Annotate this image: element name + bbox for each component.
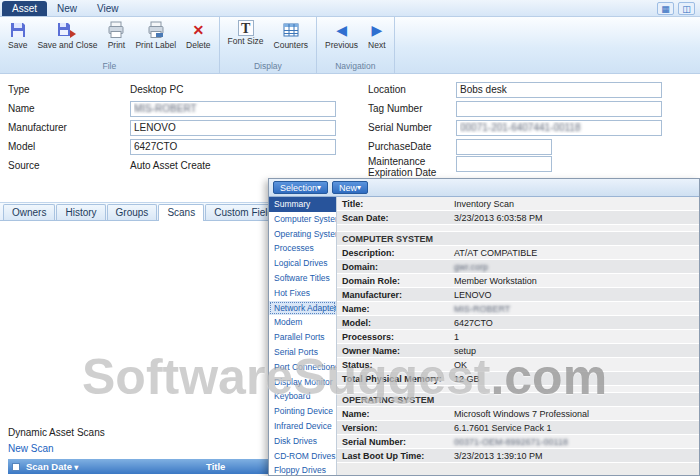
selection-dropdown-button[interactable]: Selection (273, 181, 328, 194)
model-input[interactable] (130, 139, 336, 155)
scan-detail-row: Domain: gwr.corp (337, 260, 699, 274)
scan-detail-row: Name: Microsoft Windows 7 Professional (337, 407, 699, 421)
toolbar-group-navigation: ◀ Previous ▶ Next Navigation (317, 17, 395, 73)
name-input[interactable] (130, 101, 336, 117)
save-and-close-button[interactable]: Save and Close (32, 17, 102, 50)
delete-button[interactable]: ✕ Delete (181, 17, 216, 50)
scan-section-menu-item[interactable]: Summary (269, 197, 336, 212)
detail-tab[interactable]: Scans (158, 204, 204, 221)
delete-icon: ✕ (192, 20, 204, 40)
ribbon-tab-asset[interactable]: Asset (2, 1, 47, 16)
manufacturer-input[interactable] (130, 120, 336, 136)
title-column-header[interactable]: Title (206, 461, 225, 472)
scan-section-menu-item[interactable]: Display Monitor (269, 375, 336, 390)
scan-section-menu-item[interactable]: Pointing Device (269, 404, 336, 419)
purchase-date-input[interactable] (456, 139, 552, 155)
detail-value: AT/AT COMPATIBLE (454, 246, 537, 259)
counters-button[interactable]: Counters (269, 17, 314, 50)
ribbon-toolbar: Save Save and Close Print (0, 17, 700, 74)
print-label-button[interactable]: Print Label (130, 17, 181, 50)
scan-section-menu: Summary Computer System Operating System… (269, 197, 337, 475)
scan-detail-row: Owner Name: setup (337, 344, 699, 358)
scan-section-menu-item[interactable]: Operating System (269, 227, 336, 242)
detail-label: Serial Number: (342, 435, 454, 448)
detail-value: 1 (454, 330, 459, 343)
save-button[interactable]: Save (3, 17, 32, 50)
source-label: Source (8, 160, 130, 171)
scan-section-menu-item[interactable]: Parallel Ports (269, 330, 336, 345)
type-value: Desktop PC (130, 84, 183, 95)
detail-value: setup (454, 344, 476, 357)
maintenance-expiration-input[interactable] (456, 156, 552, 172)
scan-section-menu-item[interactable]: Network Adapters (269, 301, 336, 316)
detail-value: LENOVO (454, 288, 492, 301)
dynamic-scans-header[interactable]: Scan Date Title (8, 459, 268, 474)
detail-label: Owner Name: (342, 344, 454, 357)
location-input[interactable] (456, 82, 662, 98)
tag-number-input[interactable] (456, 101, 662, 117)
scan-section-menu-item[interactable]: Floppy Drives (269, 463, 336, 475)
overlay-toolbar: Selection New (269, 179, 699, 197)
panel-window-icon[interactable]: ◫ (678, 2, 695, 15)
scan-section-menu-item[interactable]: Port Connections (269, 360, 336, 375)
tag-number-label: Tag Number (368, 103, 456, 114)
save-close-icon (57, 20, 77, 40)
detail-tab[interactable]: Groups (107, 204, 158, 220)
serial-number-input[interactable] (456, 120, 662, 136)
name-label: Name (8, 103, 130, 114)
font-size-icon: T (238, 20, 254, 36)
location-label: Location (368, 84, 456, 95)
detail-label: Name: (342, 407, 454, 420)
group-label-file: File (3, 60, 216, 73)
grid-window-icon[interactable]: ▦ (657, 2, 674, 15)
next-icon: ▶ (371, 20, 382, 40)
detail-value: gwr.corp (454, 260, 488, 273)
scan-section-menu-item[interactable]: Modem (269, 315, 336, 330)
detail-label: Description: (342, 246, 454, 259)
ribbon-tab-bar: Asset New View ▦ ◫ (0, 0, 700, 17)
field-model: Model (8, 137, 358, 156)
scan-section-menu-item[interactable]: Keyboard (269, 389, 336, 404)
scans-panel: Dynamic Asset Scans New Scan Scan Date T… (8, 425, 268, 476)
scan-detail-row: Domain Role: Member Workstation (337, 274, 699, 288)
new-scan-link[interactable]: New Scan (8, 443, 54, 454)
scan-date-column-header[interactable]: Scan Date (26, 461, 78, 472)
detail-label: COMPUTER SYSTEM (342, 232, 433, 245)
serial-number-label: Serial Number (368, 122, 456, 133)
font-size-button[interactable]: T Font Size (223, 17, 269, 46)
scan-detail-row: Manufacturer: LENOVO (337, 288, 699, 302)
scan-section-menu-item[interactable]: Disk Drives (269, 434, 336, 449)
caret-down-icon (317, 181, 321, 194)
scan-detail-row: Model: 6427CTO (337, 316, 699, 330)
scan-section-menu-item[interactable]: Processes (269, 241, 336, 256)
scan-detail-row (337, 225, 699, 232)
toolbar-group-file: Save Save and Close Print (0, 17, 220, 73)
scan-section-menu-item[interactable]: Serial Ports (269, 345, 336, 360)
scan-detail-row: Total Physical Memory: 12 GB (337, 372, 699, 386)
new-dropdown-button[interactable]: New (332, 181, 368, 194)
print-button[interactable]: Print (102, 17, 130, 50)
scan-detail-row (337, 386, 699, 393)
ribbon-tab-view[interactable]: View (87, 1, 129, 16)
scan-section-menu-item[interactable]: Hot Fixes (269, 286, 336, 301)
previous-button[interactable]: ◀ Previous (320, 17, 363, 50)
detail-tab[interactable]: Owners (3, 204, 55, 220)
scan-section-menu-item[interactable]: Software Titles (269, 271, 336, 286)
scan-section-menu-item[interactable]: Infrared Device (269, 419, 336, 434)
detail-label: Total Physical Memory: (342, 372, 454, 385)
overlay-body: Summary Computer System Operating System… (269, 197, 699, 475)
next-button[interactable]: ▶ Next (363, 17, 390, 50)
scan-section-menu-item[interactable]: Logical Drives (269, 256, 336, 271)
detail-tab[interactable]: History (56, 204, 105, 220)
field-tag-number: Tag Number (368, 99, 692, 118)
model-label: Model (8, 141, 130, 152)
scan-detail-row: Serial Number: 00371-OEM-8992671-00118 (337, 435, 699, 449)
scan-section-menu-item[interactable]: Computer System (269, 212, 336, 227)
print-icon (107, 20, 125, 40)
toolbar-group-display: T Font Size Counters Display (220, 17, 317, 73)
select-all-checkbox[interactable] (12, 463, 20, 471)
window-controls: ▦ ◫ (657, 2, 695, 15)
maintenance-expiration-label: Maintenance Expiration Date (368, 156, 456, 178)
scan-section-menu-item[interactable]: CD-ROM Drives (269, 449, 336, 464)
ribbon-tab-new[interactable]: New (47, 1, 87, 16)
